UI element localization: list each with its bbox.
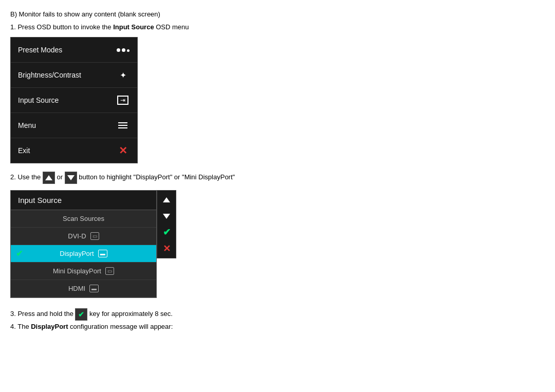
osd-preset-label: Preset Modes <box>18 46 62 54</box>
input-source-header: Input Source <box>11 191 156 210</box>
dp-check-icon: ✔ <box>16 249 23 258</box>
osd-input-icon: ⇥ <box>116 93 130 107</box>
intro-text: B) Monitor fails to show any content (bl… <box>10 10 545 18</box>
step3-section: 3. Press and hold the ✔ key for approxim… <box>10 308 545 330</box>
input-source-row-scan: Scan Sources <box>11 210 156 228</box>
side-buttons-panel: ✔ ✕ <box>157 190 176 258</box>
step1-after: OSD menu <box>154 23 189 31</box>
osd-menu-icon <box>116 118 130 133</box>
side-check-button: ✔ <box>159 225 174 239</box>
dvi-icon: ▭ <box>90 232 99 240</box>
osd-row-preset: Preset Modes <box>11 38 137 63</box>
step4-before: 4. The <box>10 323 31 330</box>
step2-before: 2. Use the <box>10 173 43 181</box>
step3-before: 3. Press and hold the <box>10 310 75 318</box>
step2-after: button to highlight "DisplayPort" or "Mi… <box>79 173 235 181</box>
hold-button-inline: ✔ <box>75 308 87 321</box>
side-check-icon: ✔ <box>163 227 171 238</box>
input-source-row-dvi: DVI-D ▭ <box>11 228 156 245</box>
osd-exit-label: Exit <box>18 146 30 155</box>
menu-lines-icon <box>118 122 127 128</box>
osd-menu: Preset Modes Brightness/Contrast ✦ Input… <box>10 37 138 163</box>
osd-exit-icon: ✕ <box>116 143 130 158</box>
step1-text: 1. Press OSD button to invoke the Input … <box>10 23 545 31</box>
down-button-inline <box>65 172 77 184</box>
input-source-menu: Input Source Scan Sources DVI-D ▭ ✔ Disp… <box>10 190 157 298</box>
osd-row-menu: Menu <box>11 113 137 138</box>
osd-menu-label: Menu <box>18 121 36 129</box>
scan-sources-label: Scan Sources <box>63 215 104 222</box>
step1-before: 1. Press OSD button to invoke the <box>10 23 113 31</box>
x-icon: ✕ <box>119 144 127 157</box>
dp-label: DisplayPort <box>60 250 94 257</box>
side-up-icon <box>163 197 170 202</box>
up-button-inline <box>43 172 55 184</box>
osd-preset-icon <box>116 43 130 57</box>
chevron-down-icon <box>67 175 75 180</box>
dvi-label: DVI-D <box>68 232 86 240</box>
hold-check-icon: ✔ <box>78 310 84 319</box>
hdmi-label: HDMI <box>68 285 85 292</box>
osd-brightness-icon: ✦ <box>116 68 130 82</box>
osd-input-label: Input Source <box>18 96 59 104</box>
side-x-button: ✕ <box>159 241 174 256</box>
minidp-label: Mini DisplayPort <box>53 267 101 275</box>
step4-bold: DisplayPort <box>31 323 68 330</box>
step1-bold: Input Source <box>113 23 154 31</box>
side-x-icon: ✕ <box>163 243 171 254</box>
hdmi-icon: ▬ <box>89 285 99 292</box>
osd-row-input: Input Source ⇥ <box>11 88 137 113</box>
step3-text: 3. Press and hold the ✔ key for approxim… <box>10 308 545 321</box>
step3-after: key for approximately 8 sec. <box>89 310 173 318</box>
step4-after: configuration message will appear: <box>68 323 173 330</box>
input-arrow-icon: ⇥ <box>117 96 128 105</box>
side-down-button <box>159 209 174 223</box>
input-source-row-dp: ✔ DisplayPort ▬ <box>11 245 156 263</box>
side-up-button <box>159 193 174 207</box>
side-down-icon <box>163 214 170 219</box>
input-source-row-minidp: Mini DisplayPort ▭ <box>11 263 156 280</box>
step4-text: 4. The DisplayPort configuration message… <box>10 323 545 330</box>
dp-icon: ▬ <box>98 250 107 257</box>
osd-row-brightness: Brightness/Contrast ✦ <box>11 63 137 88</box>
input-source-section: Input Source Scan Sources DVI-D ▭ ✔ Disp… <box>10 190 545 298</box>
sun-icon: ✦ <box>120 70 126 80</box>
chevron-up-icon <box>45 175 52 180</box>
step2-text: 2. Use the or button to highlight "Displ… <box>10 172 545 184</box>
osd-brightness-label: Brightness/Contrast <box>18 71 81 79</box>
osd-row-exit: Exit ✕ <box>11 138 137 163</box>
minidp-icon: ▭ <box>105 267 114 275</box>
step2-mid: or <box>57 173 65 181</box>
input-source-row-hdmi: HDMI ▬ <box>11 280 156 297</box>
